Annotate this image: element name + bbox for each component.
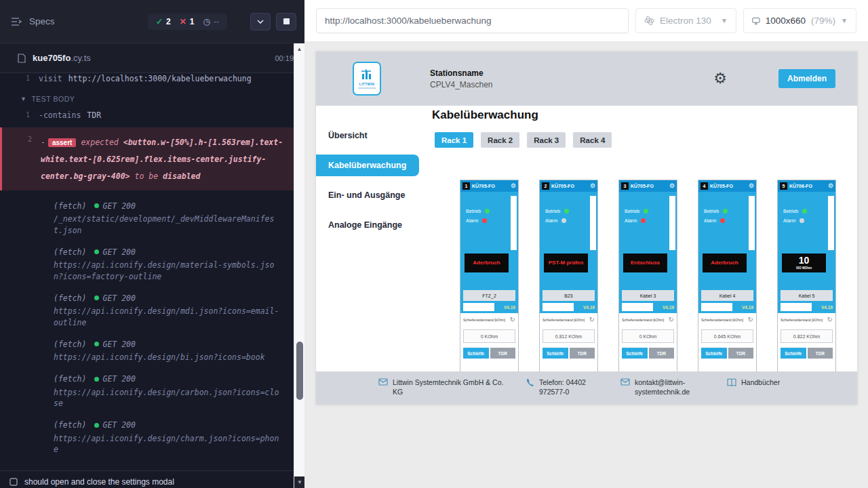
status-dot-icon — [94, 342, 99, 346]
schleife-button[interactable]: Schleife — [781, 348, 806, 359]
station-info: Stationsname CPLV4_Maschen — [430, 68, 493, 89]
tdr-button[interactable]: TDR — [649, 348, 675, 359]
alarm-led-icon — [800, 218, 804, 223]
cable-name: B23 — [542, 290, 595, 301]
page-title: Kabelüberwachung — [432, 108, 857, 122]
status-dot-icon — [94, 377, 99, 382]
firmware-version: V4.19 — [821, 305, 833, 310]
stat-passed: ✓2 — [156, 17, 171, 26]
refresh-icon[interactable]: ↻ — [748, 317, 753, 323]
indicator-strip — [590, 196, 596, 250]
tab-rack-3[interactable]: Rack 3 — [527, 132, 566, 148]
command-log: 1 visithttp://localhost:3000/kabelueberw… — [0, 73, 304, 470]
scrollbar-thumb[interactable] — [296, 342, 303, 400]
tdr-button[interactable]: TDR — [728, 348, 754, 359]
scroll-down-arrow[interactable]: ▼ — [294, 476, 305, 488]
cross-icon: ✕ — [180, 17, 186, 26]
schleife-button[interactable]: Schleife — [463, 348, 489, 359]
test-body-section[interactable]: ▼ TEST BODY — [0, 87, 304, 107]
scroll-up-arrow[interactable]: ▲ — [294, 43, 304, 54]
chevron-down-icon — [257, 20, 264, 24]
logout-button[interactable]: Abmelden — [778, 69, 835, 88]
sidebar-item-kabelueberwachung[interactable]: Kabelüberwachung — [316, 155, 419, 176]
footer-email[interactable]: kontakt@littwin-systemtechnik.de — [620, 378, 711, 396]
mail-icon — [620, 378, 630, 386]
rack-tabs: Rack 1 Rack 2 Rack 3 Rack 4 — [435, 132, 857, 148]
refresh-icon[interactable]: ↻ — [510, 317, 515, 323]
assert-message: expected <button.w-[50%].h-[1.563rem].te… — [41, 138, 283, 181]
card-settings-icon[interactable]: ⚙ — [749, 183, 754, 189]
log-fetch-row[interactable]: (fetch)GET 200 https://api.iconify.desig… — [0, 420, 304, 455]
browser-selector[interactable]: Electron 130 ▼ — [635, 8, 736, 33]
test-stats: ✓2 ✕1 ◷-- — [148, 14, 227, 30]
main-content: Kabelüberwachung Rack 1 Rack 2 Rack 3 Ra… — [419, 106, 857, 371]
log-fetch-row[interactable]: (fetch)GET 200 https://api.iconify.desig… — [0, 339, 304, 363]
specs-label: Specs — [29, 16, 55, 26]
chevron-down-icon: ▼ — [841, 17, 848, 24]
tdr-button[interactable]: TDR — [570, 348, 595, 359]
footer-phone[interactable]: Telefon: 04402 972577-0 — [526, 378, 606, 396]
refresh-icon[interactable]: ↻ — [827, 317, 833, 323]
spec-file-name: kue705fo.cy.ts — [33, 53, 91, 63]
site-footer: Littwin Systemtechnik GmbH & Co. KG Tele… — [316, 371, 857, 405]
tdr-button[interactable]: TDR — [808, 348, 833, 359]
site-sidebar: Übersicht Kabelüberwachung Ein- und Ausg… — [316, 106, 419, 371]
specs-icon — [11, 17, 22, 26]
resistance-value: 0.822 KOhm — [781, 329, 833, 343]
log-fetch-row[interactable]: (fetch)GET 200 https://api.iconify.desig… — [0, 373, 304, 409]
status-display: 10 ISO MOhm — [782, 253, 826, 272]
resistance-value: 0 KOhm — [463, 329, 515, 343]
sidebar-item-analoge-eingaenge[interactable]: Analoge Eingänge — [316, 214, 419, 236]
specs-menu[interactable]: Specs — [11, 16, 55, 26]
refresh-icon[interactable]: ↻ — [669, 317, 674, 323]
alarm-led-icon — [720, 218, 725, 223]
tab-rack-1[interactable]: Rack 1 — [435, 132, 473, 148]
schleife-button[interactable]: Schleife — [542, 348, 568, 359]
settings-gear-icon[interactable]: ⚙ — [713, 71, 727, 86]
indicator-strip — [669, 196, 675, 250]
tab-rack-4[interactable]: Rack 4 — [573, 132, 612, 148]
schleife-button[interactable]: Schleife — [701, 348, 727, 359]
sidebar-item-ein-und-ausgaenge[interactable]: Ein- und Ausgänge — [316, 184, 419, 206]
viewport-selector[interactable]: 1000x660 (79%) ▼ — [743, 8, 856, 33]
device-card: 5KÜ706-FO⚙ Betrieb Alarm 10 ISO MOhm Kab… — [777, 180, 836, 371]
log-contains-command[interactable]: 1 -containsTDR — [0, 107, 304, 123]
chevron-down-icon: ▼ — [721, 17, 728, 24]
cypress-runner-panel: Specs ✓2 ✕1 ◷-- kue705fo.cy.ts 00:19 1 v… — [0, 0, 304, 488]
runner-scrollbar[interactable]: ▲ ▼ — [294, 43, 304, 488]
littwin-logo: LITTWIN — [353, 62, 381, 96]
schleife-button[interactable]: Schleife — [622, 348, 648, 359]
tab-rack-2[interactable]: Rack 2 — [481, 132, 519, 148]
resistance-value: 0.812 KOhm — [542, 329, 595, 343]
card-settings-icon[interactable]: ⚙ — [828, 183, 833, 189]
station-label: Stationsname — [430, 68, 493, 78]
card-settings-icon[interactable]: ⚙ — [511, 183, 516, 189]
collapse-button[interactable] — [250, 13, 271, 30]
status-display: PST-M prüfen — [544, 253, 588, 272]
phone-icon — [526, 378, 534, 387]
card-settings-icon[interactable]: ⚙ — [669, 183, 675, 189]
firmware-version: V4.19 — [663, 305, 674, 310]
firmware-version: V4.19 — [504, 305, 515, 310]
aut-stage: LITTWIN Stationsname CPLV4_Maschen ⚙ Abm… — [304, 42, 868, 488]
betrieb-led-icon — [644, 209, 648, 214]
card-settings-icon[interactable]: ⚙ — [590, 183, 595, 189]
sidebar-item-uebersicht[interactable]: Übersicht — [316, 125, 419, 146]
tdr-button[interactable]: TDR — [490, 348, 516, 359]
book-icon — [727, 378, 736, 386]
refresh-icon[interactable]: ↻ — [589, 317, 595, 323]
log-visit-command[interactable]: 1 visithttp://localhost:3000/kabelueberw… — [0, 73, 304, 87]
url-input[interactable] — [316, 8, 629, 33]
check-icon: ✓ — [156, 17, 163, 26]
log-failed-assert[interactable]: 2 -assertexpected <button.w-[50%].h-[1.5… — [0, 127, 304, 190]
log-fetch-row[interactable]: (fetch)GET 200 https://api.iconify.desig… — [0, 247, 304, 283]
log-fetch-row[interactable]: (fetch)GET 200 https://api.iconify.desig… — [0, 293, 304, 329]
indicator-strip — [511, 196, 517, 250]
log-fetch-row[interactable]: (fetch)GET 200 /_next/static/development… — [0, 201, 304, 237]
device-card: 3KÜ705-FO⚙ Betrieb Alarm Erdschluss Kabe… — [618, 180, 677, 371]
spec-file-row[interactable]: kue705fo.cy.ts 00:19 — [0, 43, 304, 73]
footer-manuals[interactable]: Handbücher — [727, 378, 780, 387]
next-test-row[interactable]: should open and close the settings modal — [0, 470, 304, 488]
stop-button[interactable] — [276, 13, 296, 30]
status-display: Erdschluss — [623, 253, 667, 272]
